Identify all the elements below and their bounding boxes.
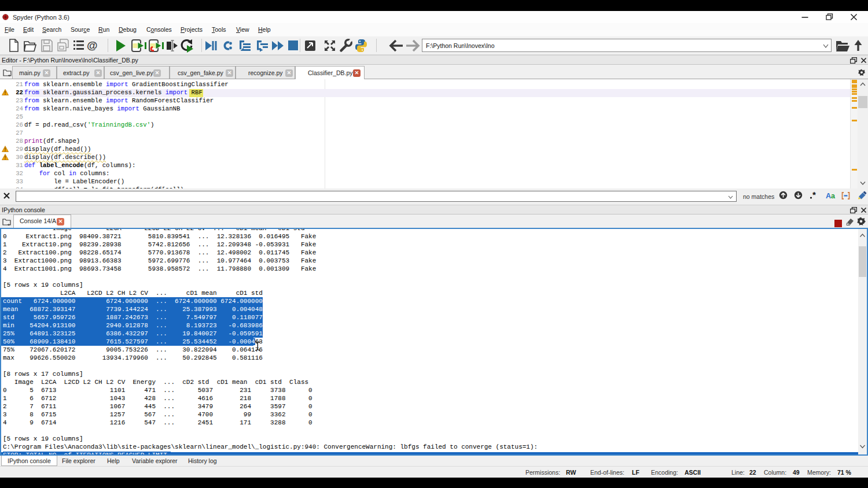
svg-text:*: * [812,191,816,199]
